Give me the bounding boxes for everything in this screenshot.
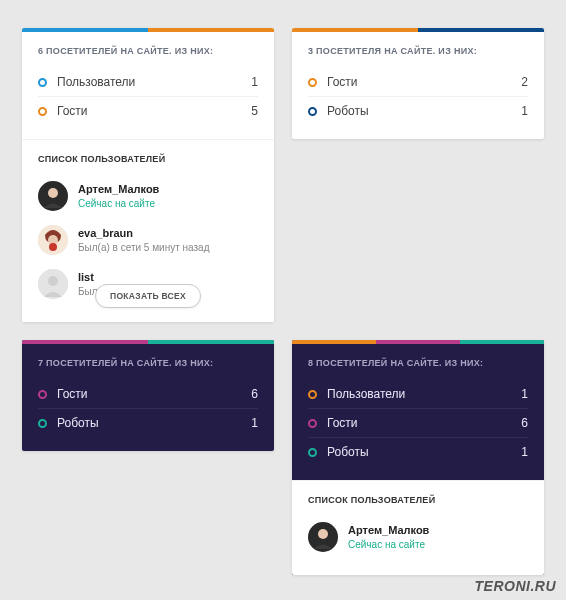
- svg-point-6: [48, 276, 58, 286]
- user-status: Был(а) в сети 5 минут назад: [78, 241, 209, 254]
- user-status: Сейчас на сайте: [348, 538, 429, 551]
- stat-label: Роботы: [57, 416, 251, 430]
- card-topbar: [22, 340, 274, 344]
- stat-row: Гости 6: [38, 380, 258, 408]
- stat-row: Гости 5: [38, 96, 258, 125]
- stats-rows: Гости 2 Роботы 1: [292, 68, 544, 139]
- bullet-icon: [308, 419, 317, 428]
- topbar-seg: [376, 340, 460, 344]
- stat-count: 5: [251, 104, 258, 118]
- cards-grid: 6 ПОСЕТИТЕЛЕЙ НА САЙТЕ. ИЗ НИХ: Пользова…: [0, 0, 566, 600]
- stat-label: Гости: [327, 416, 521, 430]
- user-name: Артем_Малков: [348, 523, 429, 537]
- avatar-placeholder-icon: [38, 269, 68, 299]
- topbar-seg: [292, 340, 376, 344]
- card-topbar: [292, 28, 544, 32]
- card-header: 7 ПОСЕТИТЕЛЕЙ НА САЙТЕ. ИЗ НИХ:: [22, 344, 274, 380]
- user-name: eva_braun: [78, 226, 209, 240]
- bullet-icon: [308, 390, 317, 399]
- stat-label: Роботы: [327, 445, 521, 459]
- bullet-icon: [308, 78, 317, 87]
- stat-row: Гости 6: [308, 408, 528, 437]
- watermark: TERONI.RU: [475, 578, 557, 594]
- topbar-seg: [418, 28, 544, 32]
- topbar-seg: [292, 28, 418, 32]
- user-item[interactable]: Артем_Малков Сейчас на сайте: [38, 174, 258, 218]
- users-list: Артем_Малков Сейчас на сайте: [292, 515, 544, 575]
- user-name: Артем_Малков: [78, 182, 159, 196]
- stat-row: Пользователи 1: [308, 380, 528, 408]
- visitors-card: 6 ПОСЕТИТЕЛЕЙ НА САЙТЕ. ИЗ НИХ: Пользова…: [22, 28, 274, 322]
- users-header: СПИСОК ПОЛЬЗОВАТЕЛЕЙ: [292, 480, 544, 515]
- bullet-icon: [38, 78, 47, 87]
- svg-point-4: [49, 243, 57, 251]
- show-all-button[interactable]: ПОКАЗАТЬ ВСЕХ: [95, 284, 201, 308]
- avatar-artem-icon: [38, 181, 68, 211]
- user-status: Сейчас на сайте: [78, 197, 159, 210]
- topbar-seg: [148, 340, 274, 344]
- card-header: 6 ПОСЕТИТЕЛЕЙ НА САЙТЕ. ИЗ НИХ:: [22, 32, 274, 68]
- user-info: Артем_Малков Сейчас на сайте: [348, 523, 429, 550]
- avatar: [308, 522, 338, 552]
- stat-row: Роботы 1: [38, 408, 258, 437]
- card-topbar: [292, 340, 544, 344]
- visitors-card: 3 ПОСЕТИТЕЛЯ НА САЙТЕ. ИЗ НИХ: Гости 2 Р…: [292, 28, 544, 139]
- users-header: СПИСОК ПОЛЬЗОВАТЕЛЕЙ: [22, 139, 274, 174]
- stat-label: Гости: [57, 387, 251, 401]
- topbar-seg: [22, 340, 148, 344]
- svg-point-8: [318, 529, 328, 539]
- user-info: eva_braun Был(а) в сети 5 минут назад: [78, 226, 209, 253]
- topbar-seg: [22, 28, 148, 32]
- stat-row: Пользователи 1: [38, 68, 258, 96]
- stat-label: Гости: [327, 75, 521, 89]
- avatar: [38, 225, 68, 255]
- bullet-icon: [38, 390, 47, 399]
- card-header: 8 ПОСЕТИТЕЛЕЙ НА САЙТЕ. ИЗ НИХ:: [292, 344, 544, 380]
- bullet-icon: [38, 419, 47, 428]
- card-topbar: [22, 28, 274, 32]
- stat-label: Гости: [57, 104, 251, 118]
- visitors-card: 7 ПОСЕТИТЕЛЕЙ НА САЙТЕ. ИЗ НИХ: Гости 6 …: [22, 340, 274, 451]
- stat-count: 1: [251, 416, 258, 430]
- stats-rows: Пользователи 1 Гости 6 Роботы 1: [292, 380, 544, 480]
- stat-row: Гости 2: [308, 68, 528, 96]
- stat-count: 1: [251, 75, 258, 89]
- stat-label: Пользователи: [327, 387, 521, 401]
- stat-row: Роботы 1: [308, 96, 528, 125]
- bullet-icon: [308, 448, 317, 457]
- stat-row: Роботы 1: [308, 437, 528, 466]
- stat-count: 2: [521, 75, 528, 89]
- stat-label: Пользователи: [57, 75, 251, 89]
- avatar: [38, 181, 68, 211]
- stats-rows: Гости 6 Роботы 1: [22, 380, 274, 451]
- user-info: Артем_Малков Сейчас на сайте: [78, 182, 159, 209]
- svg-point-1: [48, 188, 58, 198]
- visitors-card: 8 ПОСЕТИТЕЛЕЙ НА САЙТЕ. ИЗ НИХ: Пользова…: [292, 340, 544, 575]
- avatar: [38, 269, 68, 299]
- avatar-artem-icon: [308, 522, 338, 552]
- stat-label: Роботы: [327, 104, 521, 118]
- stat-count: 1: [521, 445, 528, 459]
- bullet-icon: [38, 107, 47, 116]
- users-list: Артем_Малков Сейчас на сайте eva_braun Б…: [22, 174, 274, 322]
- topbar-seg: [148, 28, 274, 32]
- stat-count: 1: [521, 387, 528, 401]
- topbar-seg: [460, 340, 544, 344]
- stat-count: 6: [521, 416, 528, 430]
- card-header: 3 ПОСЕТИТЕЛЯ НА САЙТЕ. ИЗ НИХ:: [292, 32, 544, 68]
- user-item[interactable]: Артем_Малков Сейчас на сайте: [308, 515, 528, 559]
- avatar-eva-icon: [38, 225, 68, 255]
- bullet-icon: [308, 107, 317, 116]
- stat-count: 6: [251, 387, 258, 401]
- user-item[interactable]: eva_braun Был(а) в сети 5 минут назад: [38, 218, 258, 262]
- user-name: list: [78, 270, 182, 284]
- stats-rows: Пользователи 1 Гости 5: [22, 68, 274, 139]
- stat-count: 1: [521, 104, 528, 118]
